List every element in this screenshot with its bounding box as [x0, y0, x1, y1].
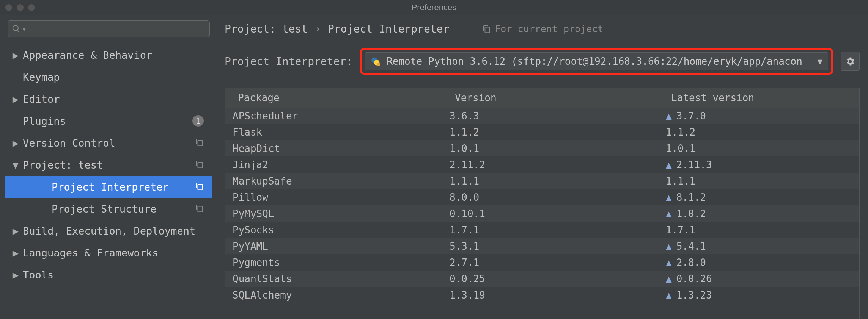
latest-version-value: 1.0.1: [666, 143, 695, 154]
scope-label: For current project: [483, 23, 603, 34]
package-latest: 1.1.2: [658, 127, 859, 138]
package-latest: ▲1.3.23: [658, 289, 859, 301]
latest-version-value: 1.1.2: [666, 127, 695, 138]
sidebar-item[interactable]: ▶Tools: [5, 264, 212, 286]
search-icon: [12, 24, 21, 33]
breadcrumb-separator: ›: [314, 23, 321, 35]
package-version: 0.0.25: [442, 273, 658, 285]
window-titlebar: Preferences: [0, 0, 868, 15]
table-row[interactable]: APScheduler3.6.3▲3.7.0: [225, 108, 859, 124]
upgrade-available-icon: ▲: [666, 257, 672, 268]
upgrade-available-icon: ▲: [666, 273, 672, 285]
chevron-right-icon: ▶: [11, 225, 20, 237]
table-row[interactable]: PyMySQL0.10.1▲1.0.2: [225, 205, 859, 222]
upgrade-available-icon: ▲: [666, 241, 672, 252]
search-input[interactable]: ▾: [8, 20, 210, 37]
package-latest: ▲2.8.0: [658, 257, 859, 268]
package-latest: 1.0.1: [658, 143, 859, 154]
package-version: 1.1.2: [442, 127, 658, 138]
latest-version-value: 1.3.23: [676, 289, 712, 301]
interpreter-label: Project Interpreter:: [225, 55, 352, 68]
table-row[interactable]: QuantStats0.0.25▲0.0.26: [225, 271, 859, 287]
gear-icon: [845, 56, 855, 67]
table-row[interactable]: Pillow8.0.0▲8.1.2: [225, 189, 859, 205]
package-name: QuantStats: [225, 273, 442, 285]
project-scope-icon: [195, 203, 204, 215]
chevron-right-icon: ▶: [11, 49, 20, 61]
package-name: PyYAML: [225, 241, 442, 252]
table-row[interactable]: Flask1.1.21.1.2: [225, 124, 859, 140]
package-version: 8.0.0: [442, 192, 658, 203]
package-latest: 1.1.1: [658, 175, 859, 187]
upgrade-available-icon: ▲: [666, 289, 672, 301]
sidebar-item[interactable]: Plugins1: [5, 110, 212, 132]
sidebar-item-label: Editor: [23, 93, 60, 105]
sidebar-item[interactable]: ▶Editor: [5, 88, 212, 110]
project-scope-icon: [195, 181, 204, 193]
breadcrumb: Project: test › Project Interpreter For …: [225, 23, 860, 35]
package-name: PyMySQL: [225, 208, 442, 219]
latest-version-value: 1.0.2: [676, 208, 706, 219]
svg-rect-2: [377, 63, 380, 66]
window-title: Preferences: [0, 3, 868, 13]
latest-version-value: 1.1.1: [666, 175, 695, 187]
interpreter-value: Remote Python 3.6.12 (sftp://root@192.16…: [387, 56, 822, 67]
upgrade-available-icon: ▲: [666, 208, 672, 219]
package-name: MarkupSafe: [225, 175, 442, 187]
interpreter-dropdown[interactable]: Remote Python 3.6.12 (sftp://root@192.16…: [365, 52, 828, 70]
package-name: PySocks: [225, 224, 442, 236]
sidebar-item[interactable]: ▶Languages & Frameworks: [5, 242, 212, 264]
package-version: 3.6.3: [442, 110, 658, 122]
table-row[interactable]: PyYAML5.3.1▲5.4.1: [225, 238, 859, 254]
package-version: 1.3.19: [442, 289, 658, 301]
sidebar-item-label: Languages & Frameworks: [23, 247, 159, 259]
table-row[interactable]: MarkupSafe1.1.11.1.1: [225, 173, 859, 189]
chevron-down-icon: ▼: [818, 57, 822, 66]
sidebar-item-label: Keymap: [23, 71, 60, 83]
package-latest: ▲5.4.1: [658, 241, 859, 252]
package-latest: 1.7.1: [658, 224, 859, 236]
chevron-right-icon: ▶: [11, 137, 20, 149]
sidebar-item[interactable]: Keymap: [5, 66, 212, 88]
table-header: Package Version Latest version: [225, 88, 859, 108]
table-row[interactable]: Jinja22.11.2▲2.11.3: [225, 156, 859, 173]
interpreter-settings-button[interactable]: [841, 52, 860, 71]
package-version: 1.1.1: [442, 175, 658, 187]
sidebar-item-label: Build, Execution, Deployment: [23, 225, 195, 237]
table-row[interactable]: Pygments2.7.1▲2.8.0: [225, 254, 859, 271]
package-name: APScheduler: [225, 110, 442, 122]
sidebar-item[interactable]: ▶Build, Execution, Deployment: [5, 220, 212, 242]
package-version: 2.11.2: [442, 159, 658, 170]
package-name: HeapDict: [225, 143, 442, 154]
sidebar-item-label: Project: test: [23, 159, 103, 171]
sidebar-item[interactable]: ▶Version Control: [5, 132, 212, 154]
latest-version-value: 5.4.1: [676, 241, 706, 252]
header-latest[interactable]: Latest version: [658, 88, 859, 108]
upgrade-available-icon: ▲: [666, 159, 672, 170]
package-name: Pillow: [225, 192, 442, 203]
package-version: 1.0.1: [442, 143, 658, 154]
package-version: 0.10.1: [442, 208, 658, 219]
header-version[interactable]: Version: [442, 88, 658, 108]
header-package[interactable]: Package: [225, 88, 442, 108]
upgrade-available-icon: ▲: [666, 110, 672, 122]
project-scope-icon: [195, 137, 204, 149]
sidebar-item[interactable]: ▼Project: test: [5, 154, 212, 176]
sidebar-item-label: Project Interpreter: [52, 181, 169, 193]
latest-version-value: 3.7.0: [676, 110, 706, 122]
table-row[interactable]: PySocks1.7.11.7.1: [225, 222, 859, 238]
sidebar-subitem[interactable]: Project Interpreter: [5, 176, 212, 198]
sidebar-item-label: Project Structure: [52, 203, 156, 215]
sidebar-item[interactable]: ▶Appearance & Behavior: [5, 44, 212, 66]
package-name: Jinja2: [225, 159, 442, 170]
latest-version-value: 1.7.1: [666, 224, 695, 236]
latest-version-value: 2.11.3: [676, 159, 712, 170]
table-row[interactable]: HeapDict1.0.11.0.1: [225, 140, 859, 156]
package-name: Pygments: [225, 257, 442, 268]
package-version: 1.7.1: [442, 224, 658, 236]
sidebar-subitem[interactable]: Project Structure: [5, 198, 212, 220]
chevron-down-icon: ▼: [11, 159, 20, 171]
table-row[interactable]: SQLAlchemy1.3.19▲1.3.23: [225, 287, 859, 303]
preferences-sidebar: ▾ ▶Appearance & BehaviorKeymap▶EditorPlu…: [0, 15, 216, 319]
chevron-right-icon: ▶: [11, 93, 20, 105]
